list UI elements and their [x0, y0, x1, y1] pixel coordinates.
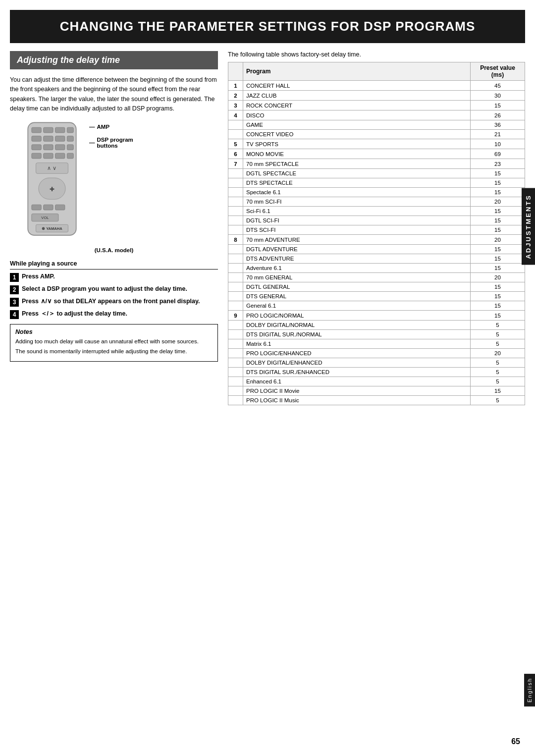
section-heading: Adjusting the delay time — [10, 51, 218, 69]
row-preset: 15 — [471, 386, 525, 396]
table-row: DOLBY DIGITAL/NORMAL5 — [228, 321, 525, 330]
row-num: 5 — [228, 139, 243, 149]
row-program: DGTL SPECTACLE — [243, 169, 471, 178]
svg-rect-8 — [67, 136, 73, 141]
svg-rect-1 — [32, 127, 41, 133]
table-row: DGTL ADVENTURE15 — [228, 245, 525, 254]
table-row: 5TV SPORTS10 — [228, 139, 525, 149]
row-preset: 20 — [471, 235, 525, 245]
row-program: 70 mm GENERAL — [243, 273, 471, 282]
row-preset: 10 — [471, 139, 525, 149]
remote-control-diagram: ∧ ∨ ✚ VOL ⊛ YAMAHA — [20, 120, 84, 239]
row-program: DGTL ADVENTURE — [243, 245, 471, 254]
table-row: Adventure 6.115 — [228, 264, 525, 273]
row-preset: 15 — [471, 311, 525, 321]
svg-rect-23 — [55, 205, 64, 210]
table-row: CONCERT VIDEO21 — [228, 130, 525, 139]
row-preset: 15 — [471, 225, 525, 235]
row-program: Spectacle 6.1 — [243, 188, 471, 197]
row-num: 9 — [228, 311, 243, 321]
row-num — [228, 273, 243, 282]
row-program: 70 mm ADVENTURE — [243, 235, 471, 245]
svg-text:✚: ✚ — [50, 186, 54, 193]
row-program: DTS DIGITAL SUR./NORMAL — [243, 330, 471, 339]
row-preset: 5 — [471, 368, 525, 377]
row-program: PRO LOGIC II Movie — [243, 386, 471, 396]
row-program: ROCK CONCERT — [243, 101, 471, 110]
row-program: DGTL SCI-FI — [243, 216, 471, 225]
row-preset: 20 — [471, 197, 525, 207]
row-num — [228, 254, 243, 264]
row-preset: 15 — [471, 101, 525, 110]
row-num — [228, 349, 243, 358]
row-preset: 5 — [471, 377, 525, 386]
row-num — [228, 358, 243, 368]
page-header: CHANGING THE PARAMETER SETTINGS FOR DSP … — [10, 10, 525, 43]
row-preset: 15 — [471, 282, 525, 292]
row-program: Sci-Fi 6.1 — [243, 207, 471, 216]
row-preset: 69 — [471, 149, 525, 159]
row-preset: 15 — [471, 178, 525, 188]
table-row: Enhanced 6.15 — [228, 377, 525, 386]
svg-rect-2 — [44, 127, 53, 133]
row-preset: 15 — [471, 245, 525, 254]
table-intro: The following table shows factory-set de… — [228, 51, 525, 58]
row-num — [228, 169, 243, 178]
svg-rect-11 — [55, 144, 64, 150]
row-num — [228, 377, 243, 386]
table-row: 3ROCK CONCERT15 — [228, 101, 525, 110]
row-num — [228, 216, 243, 225]
row-preset: 15 — [471, 216, 525, 225]
svg-text:VOL: VOL — [41, 216, 49, 220]
table-row: Sci-Fi 6.115 — [228, 207, 525, 216]
row-num — [228, 130, 243, 139]
table-row: Spectacle 6.115 — [228, 188, 525, 197]
row-preset: 23 — [471, 159, 525, 169]
model-label: (U.S.A. model) — [10, 247, 218, 253]
table-row: DTS DIGITAL SUR./ENHANCED5 — [228, 368, 525, 377]
row-preset: 30 — [471, 91, 525, 101]
row-num — [228, 197, 243, 207]
row-preset: 15 — [471, 169, 525, 178]
dsp-label: — DSP program buttons — [89, 137, 133, 149]
svg-text:∧  ∨: ∧ ∨ — [47, 164, 56, 170]
row-program: Matrix 6.1 — [243, 339, 471, 349]
table-row: DTS GENERAL15 — [228, 292, 525, 301]
row-num: 8 — [228, 235, 243, 245]
svg-rect-10 — [44, 144, 53, 150]
row-num — [228, 292, 243, 301]
table-row: 770 mm SPECTACLE23 — [228, 159, 525, 169]
table-row: 70 mm SCI-FI20 — [228, 197, 525, 207]
page-title: CHANGING THE PARAMETER SETTINGS FOR DSP … — [20, 19, 515, 34]
row-preset: 20 — [471, 349, 525, 358]
content-area: Adjusting the delay time You can adjust … — [10, 43, 525, 405]
row-preset: 15 — [471, 207, 525, 216]
table-row: PRO LOGIC II Movie15 — [228, 386, 525, 396]
note-1: Adding too much delay will cause an unna… — [15, 337, 213, 345]
table-row: 2JAZZ CLUB30 — [228, 91, 525, 101]
row-preset: 5 — [471, 339, 525, 349]
row-num — [228, 301, 243, 311]
row-program: DTS ADVENTURE — [243, 254, 471, 264]
row-program: DISCO — [243, 110, 471, 120]
table-row: DGTL SPECTACLE15 — [228, 169, 525, 178]
steps-header: While playing a source — [10, 260, 218, 270]
row-preset: 26 — [471, 110, 525, 120]
row-preset: 5 — [471, 321, 525, 330]
row-program: General 6.1 — [243, 301, 471, 311]
table-row: DTS DIGITAL SUR./NORMAL5 — [228, 330, 525, 339]
diagram-area: ∧ ∨ ✚ VOL ⊛ YAMAHA — [20, 120, 218, 239]
row-num — [228, 330, 243, 339]
row-program: Enhanced 6.1 — [243, 377, 471, 386]
row-preset: 5 — [471, 358, 525, 368]
row-program: DOLBY DIGITAL/ENHANCED — [243, 358, 471, 368]
step-3: 3 Press ∧/∨ so that DELAY appears on the… — [10, 297, 218, 307]
table-row: 870 mm ADVENTURE20 — [228, 235, 525, 245]
row-num — [228, 321, 243, 330]
row-program: DTS GENERAL — [243, 292, 471, 301]
svg-rect-12 — [67, 144, 73, 150]
table-row: DGTL GENERAL15 — [228, 282, 525, 292]
notes-box: Notes Adding too much delay will cause a… — [10, 324, 218, 362]
row-preset: 15 — [471, 188, 525, 197]
svg-text:⊛ YAMAHA: ⊛ YAMAHA — [42, 226, 62, 231]
